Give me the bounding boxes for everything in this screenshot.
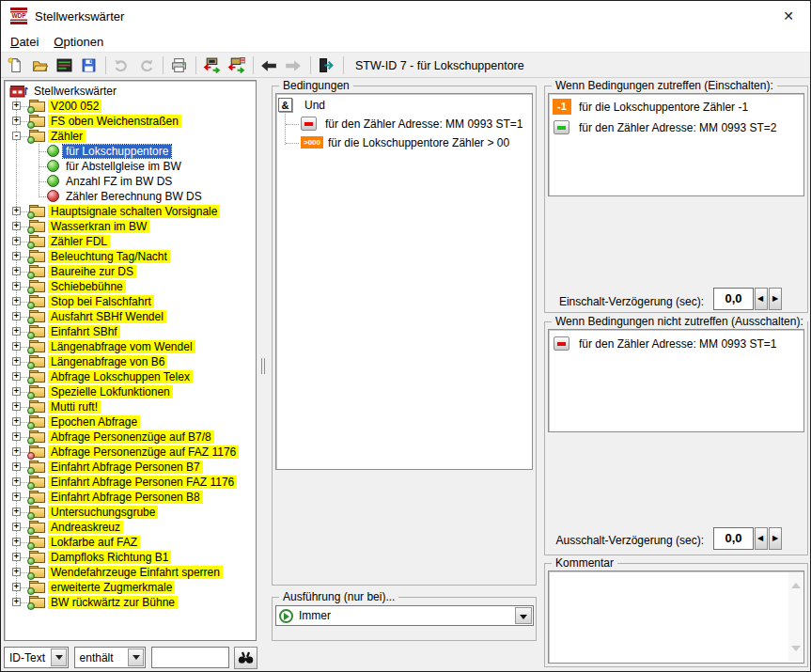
tree-item-label[interactable]: Wasserkran im BW <box>48 220 149 233</box>
print-button[interactable] <box>167 55 190 76</box>
search-operator-select[interactable]: enthält <box>74 647 146 668</box>
expand-icon[interactable] <box>12 297 21 305</box>
search-input[interactable] <box>151 647 229 668</box>
tree-item[interactable]: Zähler FDL <box>5 234 256 249</box>
search-button[interactable] <box>234 647 257 669</box>
tree-item[interactable]: Stop bei Falschfahrt <box>5 294 256 309</box>
tree-item-label[interactable]: Epochen Abfrage <box>48 415 140 429</box>
collapse-icon[interactable] <box>12 132 21 140</box>
tree-item[interactable]: Zähler Berechnung BW DS <box>5 189 256 204</box>
expand-icon[interactable] <box>12 523 21 531</box>
close-button[interactable]: ✕ <box>767 1 810 31</box>
tree-item-label[interactable]: Andreaskreuz <box>48 521 123 534</box>
expand-icon[interactable] <box>12 432 21 441</box>
tree-item-label[interactable]: Abfrage Personenzüge auf FAZ 1176 <box>48 445 239 459</box>
action-label[interactable]: für den Zähler Adresse: MM 0993 ST=1 <box>579 337 776 351</box>
tree-item-label[interactable]: Anzahl FZ im BW DS <box>63 175 175 188</box>
expand-icon[interactable] <box>12 102 21 110</box>
stw-switch-button[interactable] <box>200 55 223 76</box>
panel-splitter[interactable] <box>260 80 268 641</box>
tree-item-label[interactable]: Zähler <box>48 130 86 143</box>
tree-item[interactable]: Spezielle Lokfunktionen <box>5 384 256 399</box>
ausfuehrung-select[interactable]: Immer <box>275 605 534 626</box>
exit-button[interactable] <box>315 55 337 76</box>
tree-item-label[interactable]: Einfahrt Abfrage Personen B8 <box>48 491 203 504</box>
action-label[interactable]: für den Zähler Adresse: MM 0993 ST=2 <box>579 121 776 134</box>
tree-item-label[interactable]: Abfrage Lokschuppen Telex <box>48 370 193 383</box>
tree-item[interactable]: Längenabfrage von B6 <box>5 354 256 369</box>
condition-label[interactable]: für die Lokschuppentore Zähler > 00 <box>328 136 509 149</box>
tree-item[interactable]: Zähler <box>5 129 256 144</box>
new-button[interactable] <box>4 55 26 76</box>
action-label[interactable]: für die Lokschuppentore Zähler -1 <box>579 101 748 114</box>
expand-icon[interactable] <box>12 492 21 501</box>
expand-icon[interactable] <box>12 508 21 516</box>
open-button[interactable] <box>28 55 51 76</box>
condition-label[interactable]: für den Zähler Adresse: MM 0993 ST=1 <box>325 117 522 131</box>
tree-item[interactable]: FS oben Weichenstraßen <box>5 114 256 129</box>
expand-icon[interactable] <box>12 267 21 275</box>
expand-icon[interactable] <box>12 402 21 411</box>
bedingungen-list[interactable]: Und für den Zähler Adresse: MM 0993 ST=1… <box>275 93 533 470</box>
expand-icon[interactable] <box>12 252 21 260</box>
action-row[interactable]: für den Zähler Adresse: MM 0993 ST=2 <box>549 117 803 138</box>
spinner-increase-button[interactable] <box>769 527 782 550</box>
tree-item-label[interactable]: FS oben Weichenstraßen <box>48 115 181 128</box>
splitter-grip-icon[interactable] <box>261 358 265 374</box>
tree-item[interactable]: Lokfarbe auf FAZ <box>5 535 256 550</box>
tree-item-label[interactable]: Einfahrt Abfrage Personen B7 <box>48 461 203 474</box>
tree-item-label[interactable]: Zähler Berechnung BW DS <box>63 190 205 203</box>
condition-root-label[interactable]: Und <box>304 99 325 112</box>
ausschalten-list[interactable]: für den Zähler Adresse: MM 0993 ST=1 <box>548 329 804 432</box>
tree-item[interactable]: für Abstellgleise im BW <box>5 159 256 174</box>
tree-item-label[interactable]: Untersuchungsgrube <box>48 506 158 519</box>
kommentar-textarea[interactable] <box>548 570 804 664</box>
expand-icon[interactable] <box>12 553 21 561</box>
tree-item[interactable]: Abfrage Personenzüge auf FAZ 1176 <box>5 445 256 460</box>
expand-icon[interactable] <box>12 357 21 366</box>
tree-item[interactable]: V200 052 <box>5 99 256 114</box>
expand-icon[interactable] <box>12 477 21 486</box>
tree-item-label[interactable]: V200 052 <box>48 100 101 113</box>
einschalt-delay-value[interactable]: 0,0 <box>713 288 754 310</box>
expand-icon[interactable] <box>12 583 21 591</box>
tree-root-label[interactable]: Stellwerkswärter <box>31 85 119 98</box>
save-button[interactable] <box>77 55 100 76</box>
tree-item-label[interactable]: Einfahrt SBhf <box>48 325 120 338</box>
tree-item-label[interactable]: Dampfloks Richtung B1 <box>48 551 171 564</box>
tree-item[interactable]: Hauptsignale schalten Vorsignale <box>5 204 256 219</box>
tree-item-label[interactable]: erweiterte Zugmerkmale <box>48 581 175 594</box>
chevron-down-icon[interactable] <box>515 607 532 624</box>
tree-item[interactable]: Längenabfrage vom Wendel <box>5 339 256 354</box>
scrollbar[interactable] <box>788 572 803 662</box>
expand-icon[interactable] <box>12 327 21 336</box>
tree-item[interactable]: Untersuchungsgrube <box>5 505 256 520</box>
tree-item-label[interactable]: Abfrage Personenzüge auf B7/8 <box>48 430 214 444</box>
tree-item[interactable]: Mutti ruft! <box>5 399 256 414</box>
back-button[interactable] <box>257 55 280 76</box>
expand-icon[interactable] <box>12 568 21 576</box>
expand-icon[interactable] <box>12 312 21 320</box>
chevron-down-icon[interactable] <box>51 649 67 666</box>
tree-item-label[interactable]: Hauptsignale schalten Vorsignale <box>48 205 220 218</box>
tree-item[interactable]: Dampfloks Richtung B1 <box>5 550 256 565</box>
tree-item-label[interactable]: Längenabfrage vom Wendel <box>48 340 195 353</box>
tree-item[interactable]: Baureihe zur DS <box>5 264 256 279</box>
expand-icon[interactable] <box>12 417 21 426</box>
expand-icon[interactable] <box>12 342 21 351</box>
tree-item-label[interactable]: Spezielle Lokfunktionen <box>48 385 173 399</box>
tree-item-label[interactable]: Wendefahrzeuge Einfahrt sperren <box>48 566 223 579</box>
tree-item-label[interactable]: Baureihe zur DS <box>48 265 136 278</box>
track-diagram-button[interactable] <box>53 55 75 76</box>
tree-item[interactable]: Einfahrt Abfrage Personen B8 <box>5 490 256 505</box>
tree-item[interactable]: Beleuchtung Tag/Nacht <box>5 249 256 264</box>
tree-item-label[interactable]: Stop bei Falschfahrt <box>48 295 154 308</box>
spinner-decrease-button[interactable] <box>755 288 768 310</box>
tree-item[interactable]: Abfrage Lokschuppen Telex <box>5 369 256 384</box>
tree-item[interactable]: BW rückwärtz zur Bühne <box>5 595 256 610</box>
stw-tree-panel[interactable]: Stellwerkswärter V200 052 FS oben Weiche… <box>4 80 257 641</box>
expand-icon[interactable] <box>12 222 21 230</box>
condition-row[interactable]: für den Zähler Adresse: MM 0993 ST=1 <box>276 115 532 133</box>
tree-item[interactable]: für Lokschuppentore <box>5 144 256 159</box>
tree-item-label[interactable]: BW rückwärtz zur Bühne <box>48 596 178 609</box>
